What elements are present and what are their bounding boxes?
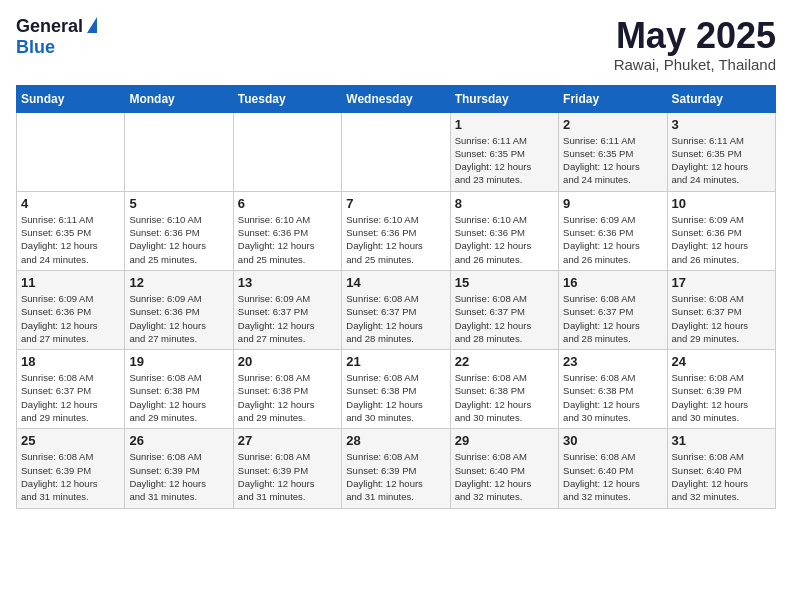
header-day-tuesday: Tuesday bbox=[233, 85, 341, 112]
day-info: Sunrise: 6:08 AM Sunset: 6:37 PM Dayligh… bbox=[346, 292, 445, 345]
day-number: 15 bbox=[455, 275, 554, 290]
day-info: Sunrise: 6:11 AM Sunset: 6:35 PM Dayligh… bbox=[21, 213, 120, 266]
calendar-cell: 11Sunrise: 6:09 AM Sunset: 6:36 PM Dayli… bbox=[17, 270, 125, 349]
day-info: Sunrise: 6:09 AM Sunset: 6:37 PM Dayligh… bbox=[238, 292, 337, 345]
day-info: Sunrise: 6:08 AM Sunset: 6:38 PM Dayligh… bbox=[346, 371, 445, 424]
day-info: Sunrise: 6:09 AM Sunset: 6:36 PM Dayligh… bbox=[672, 213, 771, 266]
day-info: Sunrise: 6:09 AM Sunset: 6:36 PM Dayligh… bbox=[21, 292, 120, 345]
calendar-cell: 9Sunrise: 6:09 AM Sunset: 6:36 PM Daylig… bbox=[559, 191, 667, 270]
day-number: 2 bbox=[563, 117, 662, 132]
calendar-week-4: 18Sunrise: 6:08 AM Sunset: 6:37 PM Dayli… bbox=[17, 350, 776, 429]
header-day-wednesday: Wednesday bbox=[342, 85, 450, 112]
day-number: 20 bbox=[238, 354, 337, 369]
calendar-cell: 27Sunrise: 6:08 AM Sunset: 6:39 PM Dayli… bbox=[233, 429, 341, 508]
day-number: 1 bbox=[455, 117, 554, 132]
calendar-cell: 29Sunrise: 6:08 AM Sunset: 6:40 PM Dayli… bbox=[450, 429, 558, 508]
day-number: 7 bbox=[346, 196, 445, 211]
day-info: Sunrise: 6:08 AM Sunset: 6:39 PM Dayligh… bbox=[672, 371, 771, 424]
logo-general-text: General bbox=[16, 16, 83, 37]
day-number: 13 bbox=[238, 275, 337, 290]
calendar-cell: 23Sunrise: 6:08 AM Sunset: 6:38 PM Dayli… bbox=[559, 350, 667, 429]
day-number: 11 bbox=[21, 275, 120, 290]
day-number: 23 bbox=[563, 354, 662, 369]
day-number: 3 bbox=[672, 117, 771, 132]
logo-triangle-icon bbox=[87, 17, 97, 33]
calendar-cell: 25Sunrise: 6:08 AM Sunset: 6:39 PM Dayli… bbox=[17, 429, 125, 508]
header-day-friday: Friday bbox=[559, 85, 667, 112]
calendar-cell bbox=[342, 112, 450, 191]
day-number: 6 bbox=[238, 196, 337, 211]
day-info: Sunrise: 6:08 AM Sunset: 6:39 PM Dayligh… bbox=[238, 450, 337, 503]
title-block: May 2025 Rawai, Phuket, Thailand bbox=[614, 16, 776, 73]
calendar-cell: 26Sunrise: 6:08 AM Sunset: 6:39 PM Dayli… bbox=[125, 429, 233, 508]
day-info: Sunrise: 6:10 AM Sunset: 6:36 PM Dayligh… bbox=[129, 213, 228, 266]
page-header: General Blue May 2025 Rawai, Phuket, Tha… bbox=[16, 16, 776, 73]
calendar-cell: 1Sunrise: 6:11 AM Sunset: 6:35 PM Daylig… bbox=[450, 112, 558, 191]
day-info: Sunrise: 6:08 AM Sunset: 6:38 PM Dayligh… bbox=[238, 371, 337, 424]
logo-blue-text: Blue bbox=[16, 37, 55, 58]
day-info: Sunrise: 6:11 AM Sunset: 6:35 PM Dayligh… bbox=[563, 134, 662, 187]
day-number: 4 bbox=[21, 196, 120, 211]
day-number: 16 bbox=[563, 275, 662, 290]
day-info: Sunrise: 6:08 AM Sunset: 6:37 PM Dayligh… bbox=[563, 292, 662, 345]
calendar-cell: 2Sunrise: 6:11 AM Sunset: 6:35 PM Daylig… bbox=[559, 112, 667, 191]
day-number: 10 bbox=[672, 196, 771, 211]
day-info: Sunrise: 6:10 AM Sunset: 6:36 PM Dayligh… bbox=[238, 213, 337, 266]
calendar-cell: 13Sunrise: 6:09 AM Sunset: 6:37 PM Dayli… bbox=[233, 270, 341, 349]
calendar-cell: 31Sunrise: 6:08 AM Sunset: 6:40 PM Dayli… bbox=[667, 429, 775, 508]
header-day-thursday: Thursday bbox=[450, 85, 558, 112]
day-number: 19 bbox=[129, 354, 228, 369]
calendar-week-2: 4Sunrise: 6:11 AM Sunset: 6:35 PM Daylig… bbox=[17, 191, 776, 270]
day-number: 28 bbox=[346, 433, 445, 448]
header-day-monday: Monday bbox=[125, 85, 233, 112]
header-day-saturday: Saturday bbox=[667, 85, 775, 112]
calendar-cell: 7Sunrise: 6:10 AM Sunset: 6:36 PM Daylig… bbox=[342, 191, 450, 270]
day-info: Sunrise: 6:09 AM Sunset: 6:36 PM Dayligh… bbox=[129, 292, 228, 345]
calendar-cell: 24Sunrise: 6:08 AM Sunset: 6:39 PM Dayli… bbox=[667, 350, 775, 429]
calendar-cell: 14Sunrise: 6:08 AM Sunset: 6:37 PM Dayli… bbox=[342, 270, 450, 349]
calendar-cell: 6Sunrise: 6:10 AM Sunset: 6:36 PM Daylig… bbox=[233, 191, 341, 270]
day-info: Sunrise: 6:08 AM Sunset: 6:40 PM Dayligh… bbox=[455, 450, 554, 503]
day-number: 25 bbox=[21, 433, 120, 448]
day-number: 9 bbox=[563, 196, 662, 211]
day-info: Sunrise: 6:08 AM Sunset: 6:40 PM Dayligh… bbox=[672, 450, 771, 503]
day-info: Sunrise: 6:08 AM Sunset: 6:39 PM Dayligh… bbox=[21, 450, 120, 503]
calendar-cell bbox=[17, 112, 125, 191]
day-info: Sunrise: 6:08 AM Sunset: 6:38 PM Dayligh… bbox=[563, 371, 662, 424]
calendar-week-5: 25Sunrise: 6:08 AM Sunset: 6:39 PM Dayli… bbox=[17, 429, 776, 508]
day-number: 30 bbox=[563, 433, 662, 448]
calendar-cell: 12Sunrise: 6:09 AM Sunset: 6:36 PM Dayli… bbox=[125, 270, 233, 349]
day-number: 14 bbox=[346, 275, 445, 290]
calendar-week-1: 1Sunrise: 6:11 AM Sunset: 6:35 PM Daylig… bbox=[17, 112, 776, 191]
calendar-cell: 16Sunrise: 6:08 AM Sunset: 6:37 PM Dayli… bbox=[559, 270, 667, 349]
day-number: 17 bbox=[672, 275, 771, 290]
calendar-table: SundayMondayTuesdayWednesdayThursdayFrid… bbox=[16, 85, 776, 509]
calendar-cell bbox=[233, 112, 341, 191]
day-number: 29 bbox=[455, 433, 554, 448]
day-info: Sunrise: 6:08 AM Sunset: 6:40 PM Dayligh… bbox=[563, 450, 662, 503]
calendar-cell: 15Sunrise: 6:08 AM Sunset: 6:37 PM Dayli… bbox=[450, 270, 558, 349]
day-info: Sunrise: 6:09 AM Sunset: 6:36 PM Dayligh… bbox=[563, 213, 662, 266]
calendar-cell: 20Sunrise: 6:08 AM Sunset: 6:38 PM Dayli… bbox=[233, 350, 341, 429]
day-info: Sunrise: 6:10 AM Sunset: 6:36 PM Dayligh… bbox=[455, 213, 554, 266]
day-number: 22 bbox=[455, 354, 554, 369]
header-day-sunday: Sunday bbox=[17, 85, 125, 112]
calendar-cell: 10Sunrise: 6:09 AM Sunset: 6:36 PM Dayli… bbox=[667, 191, 775, 270]
calendar-cell: 3Sunrise: 6:11 AM Sunset: 6:35 PM Daylig… bbox=[667, 112, 775, 191]
day-info: Sunrise: 6:08 AM Sunset: 6:37 PM Dayligh… bbox=[672, 292, 771, 345]
calendar-body: 1Sunrise: 6:11 AM Sunset: 6:35 PM Daylig… bbox=[17, 112, 776, 508]
calendar-cell: 30Sunrise: 6:08 AM Sunset: 6:40 PM Dayli… bbox=[559, 429, 667, 508]
day-info: Sunrise: 6:08 AM Sunset: 6:37 PM Dayligh… bbox=[455, 292, 554, 345]
calendar-cell: 18Sunrise: 6:08 AM Sunset: 6:37 PM Dayli… bbox=[17, 350, 125, 429]
day-info: Sunrise: 6:08 AM Sunset: 6:38 PM Dayligh… bbox=[455, 371, 554, 424]
calendar-cell: 22Sunrise: 6:08 AM Sunset: 6:38 PM Dayli… bbox=[450, 350, 558, 429]
day-info: Sunrise: 6:10 AM Sunset: 6:36 PM Dayligh… bbox=[346, 213, 445, 266]
calendar-cell: 19Sunrise: 6:08 AM Sunset: 6:38 PM Dayli… bbox=[125, 350, 233, 429]
calendar-cell: 17Sunrise: 6:08 AM Sunset: 6:37 PM Dayli… bbox=[667, 270, 775, 349]
page-location: Rawai, Phuket, Thailand bbox=[614, 56, 776, 73]
calendar-cell: 4Sunrise: 6:11 AM Sunset: 6:35 PM Daylig… bbox=[17, 191, 125, 270]
day-number: 5 bbox=[129, 196, 228, 211]
calendar-header: SundayMondayTuesdayWednesdayThursdayFrid… bbox=[17, 85, 776, 112]
day-info: Sunrise: 6:08 AM Sunset: 6:38 PM Dayligh… bbox=[129, 371, 228, 424]
day-number: 27 bbox=[238, 433, 337, 448]
